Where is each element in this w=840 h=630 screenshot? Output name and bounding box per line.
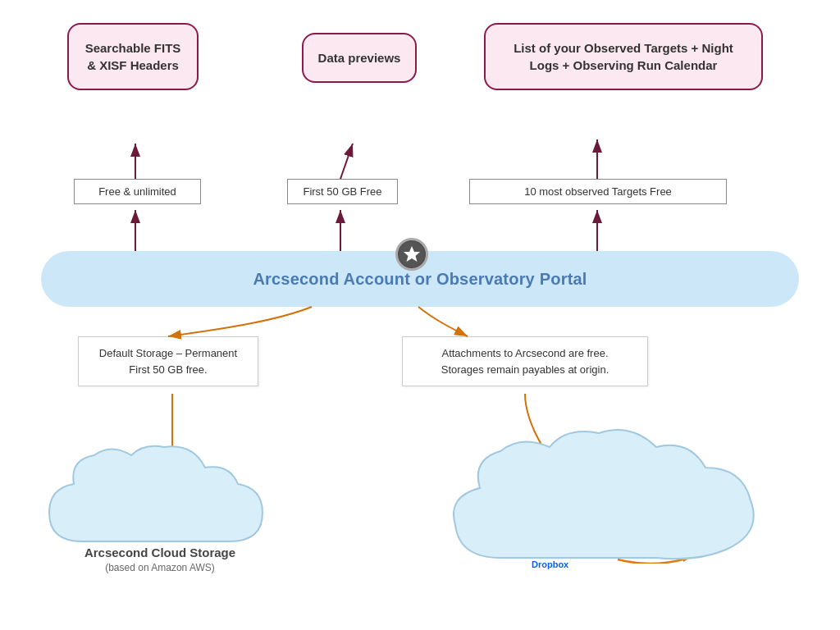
label-10targets-text: 10 most observed Targets Free bbox=[524, 185, 672, 198]
feature-fits-label: Searchable FITS & XISF Headers bbox=[85, 41, 181, 72]
label-50gb-text: First 50 GB Free bbox=[303, 185, 381, 198]
label-free-unlimited: Free & unlimited bbox=[74, 179, 201, 204]
feature-targets-label: List of your Observed Targets + Night Lo… bbox=[514, 41, 733, 72]
default-storage-label: Default Storage – Permanent First 50 GB … bbox=[78, 336, 258, 386]
diagram-container: Searchable FITS & XISF Headers Data prev… bbox=[0, 0, 840, 630]
feature-previews-label: Data previews bbox=[318, 51, 401, 65]
default-storage-subtitle: First 50 GB free. bbox=[129, 363, 207, 376]
external-storage-label: Attachments to Arcsecond are free.Storag… bbox=[402, 336, 648, 386]
external-cloud-svg bbox=[435, 418, 788, 582]
feature-box-previews: Data previews bbox=[302, 33, 417, 83]
arcsecond-logo-icon bbox=[395, 238, 428, 271]
default-storage-title: Default Storage – Permanent bbox=[99, 347, 237, 359]
feature-box-targets: List of your Observed Targets + Night Lo… bbox=[484, 23, 763, 90]
feature-box-fits: Searchable FITS & XISF Headers bbox=[67, 23, 199, 90]
arcsecond-cloud-svg bbox=[33, 435, 295, 566]
central-bar-label: Arcsecond Account or Observatory Portal bbox=[253, 270, 587, 289]
label-10targets: 10 most observed Targets Free bbox=[469, 179, 727, 204]
label-50gb: First 50 GB Free bbox=[287, 179, 398, 204]
external-storage-text: Attachments to Arcsecond are free.Storag… bbox=[441, 347, 609, 376]
label-free-unlimited-text: Free & unlimited bbox=[98, 185, 176, 198]
svg-marker-0 bbox=[404, 246, 420, 262]
